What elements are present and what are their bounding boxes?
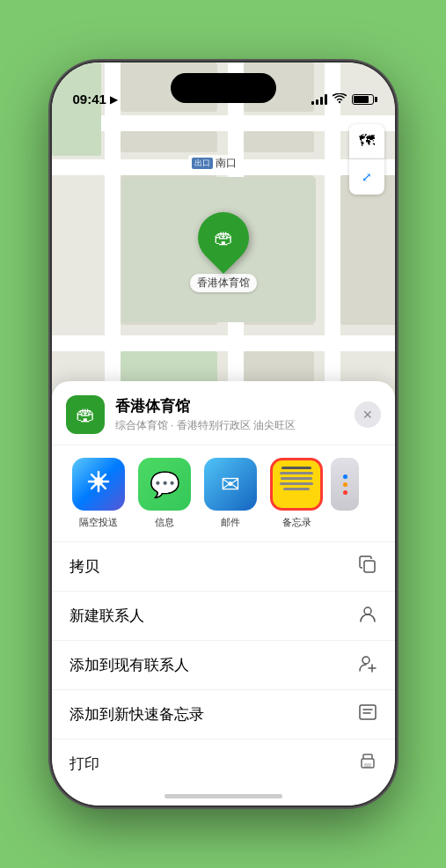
airdrop-label: 隔空投送 [79, 516, 118, 529]
map-label: 出口 南口 [188, 155, 240, 172]
phone-frame: 09:41 ▶ [52, 63, 395, 805]
action-list: 拷贝 新建联系人 [52, 542, 395, 805]
airdrop-icon [85, 468, 112, 501]
notes-icon-wrap [270, 458, 323, 511]
messages-icon: 💬 [150, 470, 180, 499]
venue-subtitle: 综合体育馆 · 香港特别行政区 油尖旺区 [115, 418, 355, 433]
map-controls: 🗺 ⤢ [349, 124, 384, 195]
action-add-contact[interactable]: 添加到现有联系人 [52, 641, 395, 690]
map-label-text: 南口 [216, 156, 237, 171]
share-row: 隔空投送 💬 信息 ✉ 邮件 [52, 445, 395, 542]
action-new-contact-label: 新建联系人 [69, 606, 144, 626]
svg-rect-1 [364, 561, 375, 572]
share-item-mail[interactable]: ✉ 邮件 [198, 458, 264, 529]
venue-header: 🏟 香港体育馆 综合体育馆 · 香港特别行政区 油尖旺区 ✕ [52, 381, 395, 445]
svg-point-3 [362, 657, 369, 664]
pin-label: 香港体育馆 [190, 274, 257, 292]
action-quick-note-label: 添加到新快速备忘录 [69, 704, 204, 725]
signal-bars-icon [311, 94, 327, 105]
location-button[interactable]: ⤢ [349, 159, 384, 195]
action-copy-label: 拷贝 [69, 556, 99, 577]
venue-icon: 🏟 [66, 395, 105, 434]
action-print[interactable]: 打印 [52, 739, 395, 788]
venue-info: 香港体育馆 综合体育馆 · 香港特别行政区 油尖旺区 [115, 396, 355, 433]
mail-icon: ✉ [221, 471, 240, 498]
battery-icon [352, 94, 374, 105]
status-time: 09:41 [73, 92, 106, 107]
mail-label: 邮件 [221, 516, 240, 529]
venue-stadium-icon: 🏟 [76, 403, 95, 426]
pin-circle: 🏟 [186, 202, 259, 274]
action-print-label: 打印 [69, 754, 99, 774]
dynamic-island [171, 73, 276, 103]
copy-icon [358, 555, 377, 578]
bottom-sheet: 🏟 香港体育馆 综合体育馆 · 香港特别行政区 油尖旺区 ✕ [52, 381, 395, 805]
more-icon-wrap [331, 458, 359, 511]
phone-screen: 09:41 ▶ [52, 63, 395, 805]
close-icon: ✕ [362, 408, 373, 422]
stadium-icon: 🏟 [214, 226, 233, 249]
wifi-icon [333, 92, 347, 107]
location-arrow-icon: ▶ [110, 93, 118, 106]
share-item-messages[interactable]: 💬 信息 [132, 458, 198, 529]
quick-note-icon [358, 702, 377, 726]
close-button[interactable]: ✕ [355, 401, 381, 428]
exit-badge: 出口 [192, 158, 213, 169]
svg-point-2 [364, 607, 371, 614]
map-type-icon: 🗺 [359, 132, 375, 151]
location-icon: ⤢ [362, 170, 372, 184]
airdrop-icon-wrap [72, 458, 125, 511]
share-item-more[interactable] [330, 458, 361, 529]
share-item-airdrop[interactable]: 隔空投送 [66, 458, 132, 529]
share-item-notes[interactable]: 备忘录 [264, 458, 330, 529]
print-icon [358, 752, 377, 776]
action-copy[interactable]: 拷贝 [52, 542, 395, 592]
messages-icon-wrap: 💬 [138, 458, 191, 511]
new-contact-icon [358, 604, 377, 628]
mail-icon-wrap: ✉ [204, 458, 257, 511]
location-pin: 🏟 香港体育馆 [190, 212, 257, 292]
action-quick-note[interactable]: 添加到新快速备忘录 [52, 690, 395, 739]
map-type-button[interactable]: 🗺 [349, 124, 384, 159]
status-icons [311, 92, 374, 107]
svg-rect-10 [364, 763, 371, 768]
svg-rect-6 [360, 705, 376, 719]
messages-label: 信息 [155, 516, 174, 529]
home-indicator [165, 794, 282, 798]
action-new-contact[interactable]: 新建联系人 [52, 592, 395, 641]
notes-label: 备忘录 [282, 516, 311, 529]
venue-name: 香港体育馆 [115, 396, 355, 416]
action-add-contact-label: 添加到现有联系人 [69, 655, 189, 675]
add-contact-icon [358, 653, 377, 677]
